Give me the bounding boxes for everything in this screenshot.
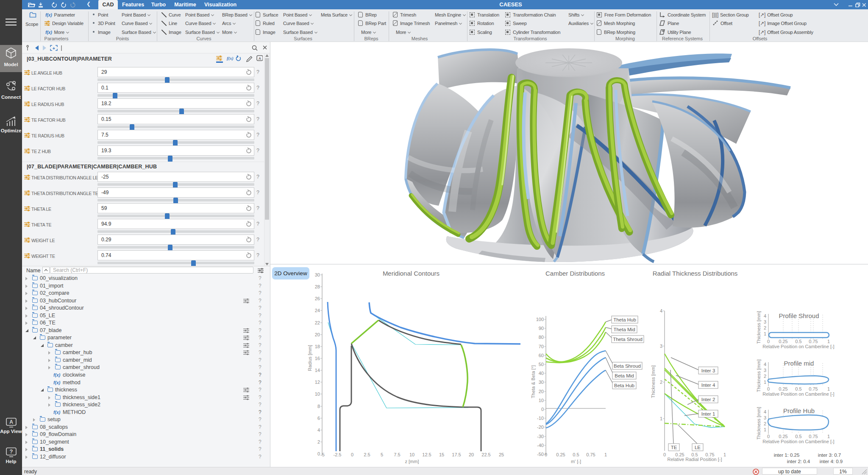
svg-text:50: 50	[539, 362, 544, 367]
svg-text:Inter 1: Inter 1	[701, 411, 715, 416]
svg-text:24: 24	[315, 308, 320, 313]
svg-text:inter 2: 0.4: inter 2: 0.4	[787, 459, 810, 464]
svg-text:0.75: 0.75	[809, 434, 818, 439]
svg-text:3: 3	[764, 368, 766, 373]
svg-text:12.5: 12.5	[422, 452, 431, 457]
svg-text:Radial Thickness Distributions: Radial Thickness Distributions	[653, 270, 738, 277]
svg-text:0: 0	[317, 451, 320, 456]
svg-text:8: 8	[317, 404, 320, 409]
svg-text:30: 30	[315, 272, 320, 277]
svg-text:0.75: 0.75	[809, 339, 818, 344]
svg-text:4: 4	[317, 428, 320, 433]
svg-text:12: 12	[315, 380, 320, 385]
svg-text:0.75: 0.75	[809, 386, 818, 391]
svg-text:Beta Hub: Beta Hub	[614, 383, 634, 388]
svg-text:?: ?	[10, 448, 13, 455]
svg-text:2: 2	[660, 380, 662, 385]
svg-text:0: 0	[663, 452, 666, 457]
svg-text:17.5: 17.5	[452, 452, 461, 457]
svg-text:0.25: 0.25	[556, 452, 565, 457]
svg-text:inter 3: 0.7: inter 3: 0.7	[818, 453, 841, 458]
svg-text:Thickness [mm]: Thickness [mm]	[756, 311, 761, 344]
svg-text:2.5: 2.5	[364, 452, 370, 457]
svg-text:2: 2	[764, 421, 766, 426]
svg-text:4: 4	[660, 308, 662, 313]
svg-text:18: 18	[315, 344, 320, 349]
svg-text:Profile Hub: Profile Hub	[783, 407, 815, 414]
svg-text:Relative Position on Camberlin: Relative Position on Camberline [-]	[762, 439, 834, 444]
svg-text:3: 3	[764, 319, 766, 324]
svg-text:Inter 3: Inter 3	[701, 368, 715, 373]
svg-text:0.5: 0.5	[795, 386, 801, 391]
svg-text:28: 28	[315, 284, 320, 289]
svg-text:inter 1: 0.25: inter 1: 0.25	[774, 453, 800, 458]
svg-text:0: 0	[767, 339, 770, 344]
svg-text:Relative Position on Camberlin: Relative Position on Camberline [-]	[762, 344, 834, 349]
svg-text:80: 80	[539, 335, 544, 340]
svg-text:-20: -20	[537, 425, 544, 430]
svg-text:Beta Shroud: Beta Shroud	[614, 363, 641, 369]
svg-text:0.25: 0.25	[779, 339, 787, 344]
svg-text:100: 100	[536, 317, 544, 322]
svg-text:f(x): f(x)	[227, 56, 234, 61]
svg-text:60: 60	[539, 353, 544, 358]
svg-text:1: 1	[660, 416, 662, 421]
svg-text:2: 2	[317, 439, 320, 444]
svg-text:70: 70	[539, 344, 544, 349]
svg-text:A: A	[259, 56, 261, 61]
svg-text:-40: -40	[537, 443, 544, 448]
svg-text:20: 20	[315, 332, 320, 337]
svg-text:Inter 2: Inter 2	[701, 397, 715, 402]
svg-text:4: 4	[764, 362, 766, 367]
svg-text:14: 14	[315, 368, 320, 373]
svg-text:26: 26	[315, 296, 320, 301]
svg-text:Theta Shroud: Theta Shroud	[613, 337, 643, 342]
svg-text:10: 10	[315, 391, 320, 397]
svg-text:z [mm]: z [mm]	[405, 459, 419, 464]
svg-text:Relative Radial Position [-]: Relative Radial Position [-]	[667, 457, 722, 462]
svg-text:Relative Position on Camberlin: Relative Position on Camberline [-]	[762, 391, 834, 397]
svg-text:-50: -50	[537, 452, 544, 457]
svg-text:3: 3	[764, 415, 766, 420]
svg-text:inter 4: 0.9: inter 4: 0.9	[820, 459, 843, 464]
svg-text:1: 1	[764, 380, 766, 385]
svg-text:0.25: 0.25	[779, 434, 787, 439]
svg-text:1: 1	[827, 386, 830, 391]
svg-text:0.5: 0.5	[795, 434, 801, 439]
svg-text:1: 1	[764, 331, 766, 336]
svg-text:1: 1	[604, 452, 607, 457]
svg-text:2: 2	[764, 325, 766, 330]
svg-text:Theta & Beta [°]: Theta & Beta [°]	[531, 365, 536, 398]
svg-text:-10: -10	[537, 416, 544, 421]
svg-text:0.5: 0.5	[795, 339, 801, 344]
svg-text:Theta Hub: Theta Hub	[613, 317, 636, 322]
svg-text:90: 90	[539, 326, 544, 331]
svg-text:TE: TE	[671, 445, 677, 450]
svg-text:7.5: 7.5	[394, 452, 400, 457]
svg-text:1: 1	[827, 339, 830, 344]
svg-text:2: 2	[764, 374, 766, 379]
svg-text:Profile Shroud: Profile Shroud	[779, 312, 819, 319]
svg-text:20: 20	[469, 452, 474, 457]
svg-text:4: 4	[764, 313, 766, 319]
svg-text:0: 0	[541, 407, 544, 412]
svg-text:Thickness [mm]: Thickness [mm]	[756, 359, 761, 392]
svg-text:0.25: 0.25	[779, 386, 787, 391]
svg-text:4: 4	[764, 409, 766, 414]
svg-text:Theta Mid: Theta Mid	[613, 327, 635, 332]
svg-text:3: 3	[660, 344, 662, 349]
svg-text:6: 6	[317, 416, 320, 421]
svg-text:25: 25	[499, 452, 504, 457]
svg-text:40: 40	[539, 371, 544, 376]
svg-text:0: 0	[767, 386, 770, 391]
svg-text:16: 16	[315, 356, 320, 361]
svg-text:0: 0	[351, 452, 353, 457]
svg-text:Inter 4: Inter 4	[701, 383, 715, 388]
svg-text:1: 1	[723, 452, 726, 457]
svg-text:20: 20	[539, 389, 544, 394]
svg-text:10: 10	[409, 452, 415, 457]
svg-text:-2.5: -2.5	[334, 452, 342, 457]
svg-text:Beta Mid: Beta Mid	[615, 373, 634, 378]
svg-text:Profile mid: Profile mid	[784, 360, 814, 367]
svg-text:0.5: 0.5	[573, 452, 579, 457]
